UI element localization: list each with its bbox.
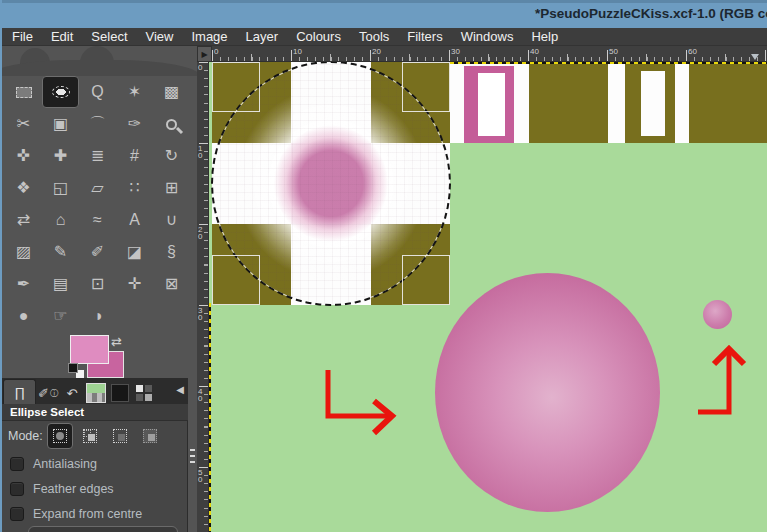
selection-handle-top-right[interactable]	[402, 62, 450, 112]
menu-file[interactable]: File	[3, 28, 42, 46]
mode-add-button[interactable]	[77, 423, 103, 449]
selection-handle-bottom-right[interactable]	[402, 255, 450, 305]
tool-cage-transform[interactable]: ⌂	[42, 204, 79, 236]
menu-select[interactable]: Select	[82, 28, 136, 46]
warp-transform-icon: ≈	[93, 212, 102, 228]
tool-blur-sharpen[interactable]: ●	[5, 300, 42, 332]
tool-dodge-burn[interactable]: ◑	[79, 300, 116, 332]
mode-intersect-button[interactable]	[137, 423, 163, 449]
tool-text[interactable]: A	[116, 204, 153, 236]
tool-grid: Q ✶ ▩ ✂ ▣ ⌒ ✑ ✜ ✚ ≣ # ↻ ❖ ◱ ▱ ∷ ⊞ ⇄ ⌂ ≈	[5, 76, 195, 332]
tool-perspective[interactable]: ⊞	[153, 172, 190, 204]
swap-colors-icon[interactable]: ⇄	[111, 334, 122, 349]
tool-perspective-clone[interactable]: ⊠	[153, 268, 190, 300]
pencil-icon: ✎	[54, 244, 67, 260]
h-ruler-number: 0	[214, 47, 218, 56]
mode-subtract-button[interactable]	[107, 423, 133, 449]
panel-title: Ellipse Select	[2, 404, 188, 421]
ruler-corner-menu-button[interactable]: ▶	[197, 46, 212, 62]
menu-edit[interactable]: Edit	[42, 28, 82, 46]
tool-bucket-fill[interactable]: ∪	[153, 204, 190, 236]
tool-rectangle-select[interactable]	[5, 76, 42, 108]
tool-clone[interactable]: ⊡	[79, 268, 116, 300]
tool-paths[interactable]: ⌒	[79, 108, 116, 140]
black-image-thumbnail-icon	[111, 384, 129, 402]
expand-from-centre-checkbox[interactable]	[10, 507, 24, 521]
tool-free-select[interactable]: Q	[79, 76, 116, 108]
antialiasing-checkbox[interactable]	[10, 457, 24, 471]
mypaint-brush-icon: ▤	[53, 276, 68, 292]
tool-flip[interactable]: ⇄	[5, 204, 42, 236]
dock-menu-button[interactable]: ◀	[176, 384, 184, 395]
title-bar[interactable]: *PseudoPuzzleCKiss.xcf-1.0 (RGB colou	[2, 0, 767, 28]
tool-pencil[interactable]: ✎	[42, 236, 79, 268]
tool-gradient[interactable]: ▨	[5, 236, 42, 268]
feather-edges-checkbox[interactable]	[10, 482, 24, 496]
tab-layers[interactable]	[132, 382, 156, 404]
tool-scissors-select[interactable]: ✂	[5, 108, 42, 140]
antialiasing-row: Antialiasing	[10, 454, 188, 474]
canvas-viewport[interactable]	[209, 62, 767, 532]
menu-tools[interactable]: Tools	[350, 28, 398, 46]
tool-select-by-color[interactable]: ▩	[153, 76, 190, 108]
tool-eraser[interactable]: ◪	[116, 236, 153, 268]
tab-image-thumbnail-2[interactable]	[108, 382, 132, 404]
tool-foreground-select[interactable]: ▣	[42, 108, 79, 140]
tool-move[interactable]: ✚	[42, 140, 79, 172]
panel-bottom-control[interactable]	[28, 526, 178, 532]
tool-ink[interactable]: ✒	[5, 268, 42, 300]
default-colors-black-icon[interactable]	[68, 363, 78, 373]
h-ruler-number: 40	[530, 47, 539, 56]
eraser-icon: ◪	[127, 244, 142, 260]
tool-smudge[interactable]: ☞	[42, 300, 79, 332]
tool-align[interactable]: ≣	[79, 140, 116, 172]
tool-fuzzy-select[interactable]: ✶	[116, 76, 153, 108]
tool-crop[interactable]: #	[116, 140, 153, 172]
tab-undo-history[interactable]: ↶	[60, 382, 84, 404]
paintbrush-icon: ✐	[91, 244, 104, 260]
color-picker-icon: ✑	[128, 116, 141, 132]
menu-colours[interactable]: Colours	[287, 28, 350, 46]
menu-view[interactable]: View	[137, 28, 183, 46]
tool-scale[interactable]: ◱	[42, 172, 79, 204]
canvas-area: ▶ 0 10 20 30 40 50 60 0 10 20 30	[197, 46, 767, 532]
tab-image-thumbnail[interactable]	[84, 382, 108, 404]
tool-rotate[interactable]: ↻	[153, 140, 190, 172]
tool-paintbrush[interactable]: ✐	[79, 236, 116, 268]
h-ruler-number: 20	[372, 47, 381, 56]
wilber-logo	[2, 46, 197, 76]
menu-filters[interactable]: Filters	[398, 28, 451, 46]
menu-image[interactable]: Image	[182, 28, 236, 46]
foreground-color-swatch[interactable]	[70, 335, 109, 364]
tool-warp-transform[interactable]: ≈	[79, 204, 116, 236]
tool-mypaint-brush[interactable]: ▤	[42, 268, 79, 300]
tab-tool-options[interactable]: ∏	[3, 379, 36, 404]
menu-layer[interactable]: Layer	[237, 28, 288, 46]
menu-help[interactable]: Help	[522, 28, 567, 46]
checkered-image-block[interactable]	[212, 62, 450, 305]
undo-history-icon: ↶	[67, 386, 78, 401]
layer-boundary-left	[209, 303, 211, 532]
tool-shear[interactable]: ▱	[79, 172, 116, 204]
scale-icon: ◱	[53, 180, 68, 196]
tool-color-picker[interactable]: ✑	[116, 108, 153, 140]
red-arrow-right	[322, 367, 400, 441]
tool-zoom[interactable]	[153, 108, 190, 140]
selection-handle-bottom-left[interactable]	[212, 255, 260, 305]
menu-windows[interactable]: Windows	[452, 28, 523, 46]
selection-handle-top-left[interactable]	[212, 62, 260, 112]
tool-unified-transform[interactable]: ❖	[5, 172, 42, 204]
mode-intersect-icon	[143, 429, 157, 443]
tool-heal[interactable]: ✛	[116, 268, 153, 300]
tool-airbrush[interactable]: §	[153, 236, 190, 268]
tool-handle-transform[interactable]: ∷	[116, 172, 153, 204]
align-icon: ≣	[91, 148, 104, 164]
tool-ellipse-select[interactable]	[42, 76, 79, 108]
horizontal-ruler[interactable]: 0 10 20 30 40 50 60	[212, 46, 767, 62]
pane-resize-grip[interactable]	[190, 449, 195, 467]
tool-measure[interactable]: ✜	[5, 140, 42, 172]
mode-replace-button[interactable]	[47, 423, 73, 449]
vertical-ruler[interactable]: 0 10 20 30 40 50	[197, 62, 209, 532]
v-ruler-number: 10	[198, 145, 204, 159]
tab-device-status[interactable]: ✐ⓘ	[36, 382, 60, 404]
